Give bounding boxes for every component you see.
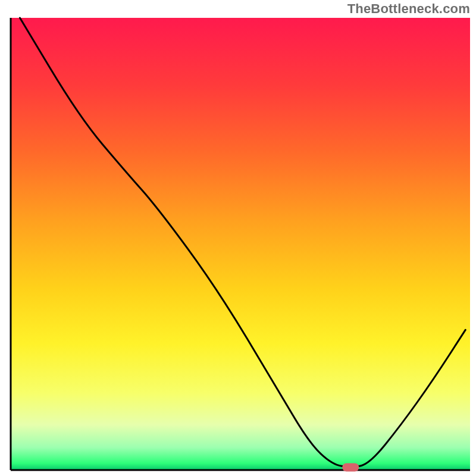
plot-background	[11, 18, 470, 470]
chart-stage: TheBottleneck.com	[0, 0, 476, 476]
bottleneck-chart	[0, 0, 476, 476]
optimal-marker	[342, 463, 359, 471]
